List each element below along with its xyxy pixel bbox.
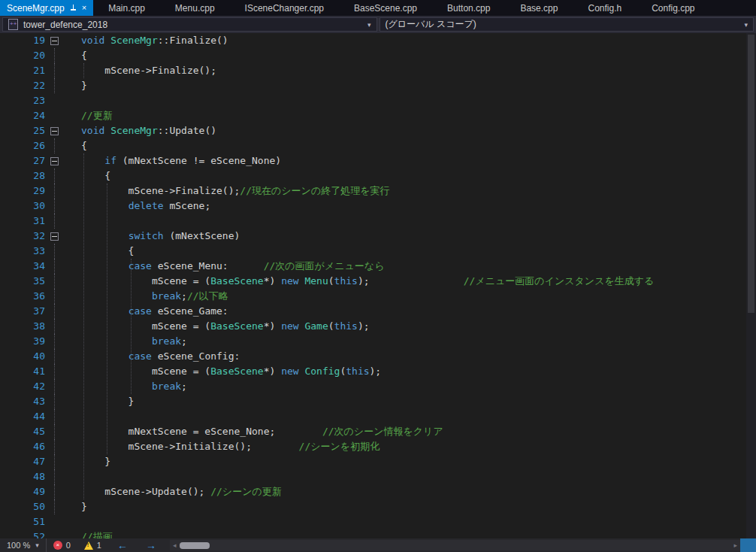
warning-indicator[interactable]: 1 <box>77 538 108 552</box>
breakpoint-margin[interactable] <box>0 259 20 274</box>
vertical-scrollbar[interactable] <box>746 33 756 538</box>
fold-margin <box>45 274 63 289</box>
code-line[interactable]: 45 mNextScene = eScene_None; //次のシーン情報をク… <box>0 424 756 439</box>
breakpoint-margin[interactable] <box>0 484 20 499</box>
breakpoint-margin[interactable] <box>0 138 20 153</box>
tab-BaseScene.cpp[interactable]: BaseScene.cpp <box>339 0 432 16</box>
code-line[interactable]: 27 if (mNextScene != eScene_None) <box>0 153 756 168</box>
code-line[interactable]: 38 mScene = (BaseScene*) new Game(this); <box>0 319 756 334</box>
code-line[interactable]: 32 switch (mNextScene) <box>0 229 756 244</box>
vertical-scrollbar-thumb[interactable] <box>748 35 754 313</box>
scroll-left-icon[interactable]: ◂ <box>170 542 180 549</box>
close-icon[interactable]: × <box>82 4 86 12</box>
breakpoint-margin[interactable] <box>0 274 20 289</box>
tab-Menu.cpp[interactable]: Menu.cpp <box>160 0 230 16</box>
zoom-control[interactable]: 100 % ▾ <box>0 538 47 552</box>
breakpoint-margin[interactable] <box>0 364 20 379</box>
tab-ISceneChanger.cpp[interactable]: ISceneChanger.cpp <box>230 0 339 16</box>
project-dropdown[interactable]: tower_defence_2018 ▾ <box>2 17 377 32</box>
code-line[interactable]: 23 <box>0 93 756 108</box>
breakpoint-margin[interactable] <box>0 379 20 394</box>
code-line[interactable]: 34 case eScene_Menu: //次の画面がメニューなら <box>0 259 756 274</box>
breakpoint-margin[interactable] <box>0 229 20 244</box>
tab-Config.cpp[interactable]: Config.cpp <box>637 0 709 16</box>
fold-collapse-icon[interactable] <box>50 37 59 45</box>
code-line[interactable]: 51 <box>0 514 756 529</box>
breakpoint-margin[interactable] <box>0 244 20 259</box>
breakpoint-margin[interactable] <box>0 153 20 168</box>
breakpoint-margin[interactable] <box>0 48 20 63</box>
breakpoint-margin[interactable] <box>0 349 20 364</box>
breakpoint-margin[interactable] <box>0 304 20 319</box>
code-line[interactable]: 28 { <box>0 168 756 183</box>
breakpoint-margin[interactable] <box>0 168 20 183</box>
code-line[interactable]: 49 mScene->Update(); //シーンの更新 <box>0 484 756 499</box>
breakpoint-margin[interactable] <box>0 78 20 93</box>
navigate-forward-icon[interactable]: → <box>137 540 165 550</box>
code-line[interactable]: 22} <box>0 78 756 93</box>
code-line[interactable]: 50} <box>0 499 756 514</box>
breakpoint-margin[interactable] <box>0 93 20 108</box>
breakpoint-margin[interactable] <box>0 499 20 514</box>
breakpoint-margin[interactable] <box>0 108 20 123</box>
tab-Main.cpp[interactable]: Main.cpp <box>93 0 160 16</box>
breakpoint-margin[interactable] <box>0 394 20 409</box>
horizontal-scrollbar-thumb[interactable] <box>180 542 210 549</box>
breakpoint-margin[interactable] <box>0 289 20 304</box>
code-line[interactable]: 46 mScene->Initialize(); //シーンを初期化 <box>0 439 756 454</box>
code-line[interactable]: 44 <box>0 409 756 424</box>
code-line[interactable]: 42 break; <box>0 379 756 394</box>
breakpoint-margin[interactable] <box>0 319 20 334</box>
code-line[interactable]: 47 } <box>0 454 756 469</box>
code-line[interactable]: 33 { <box>0 244 756 259</box>
breakpoint-margin[interactable] <box>0 214 20 229</box>
tab-Config.h[interactable]: Config.h <box>573 0 637 16</box>
navigate-back-icon[interactable]: ← <box>108 540 137 550</box>
breakpoint-margin[interactable] <box>0 123 20 138</box>
tab-Button.cpp[interactable]: Button.cpp <box>432 0 505 16</box>
code-line[interactable]: 26{ <box>0 138 756 153</box>
breakpoint-margin[interactable] <box>0 409 20 424</box>
fold-collapse-icon[interactable] <box>50 232 59 241</box>
code-line[interactable]: 30 delete mScene; <box>0 199 756 214</box>
code-line[interactable]: 35 mScene = (BaseScene*) new Menu(this);… <box>0 274 756 289</box>
breakpoint-margin[interactable] <box>0 424 20 439</box>
code-line[interactable]: 29 mScene->Finalize();//現在のシーンの終了処理を実行 <box>0 183 756 199</box>
breakpoint-margin[interactable] <box>0 439 20 454</box>
breakpoint-margin[interactable] <box>0 33 20 48</box>
tab-SceneMgr.cpp[interactable]: SceneMgr.cpp× <box>0 0 93 16</box>
code-editor[interactable]: 19void SceneMgr::Finalize()20{21 mScene-… <box>0 33 756 538</box>
fold-collapse-icon[interactable] <box>50 127 59 135</box>
code-line[interactable]: 36 break;//以下略 <box>0 289 756 304</box>
code-line[interactable]: 52//描画 <box>0 529 756 538</box>
code-line[interactable]: 31 <box>0 214 756 229</box>
pin-icon[interactable] <box>70 4 77 12</box>
scope-dropdown[interactable]: (グローバル スコープ) ▾ <box>380 17 754 32</box>
code-line[interactable]: 19void SceneMgr::Finalize() <box>0 33 756 48</box>
fold-collapse-icon[interactable] <box>50 157 59 165</box>
code-line[interactable]: 21 mScene->Finalize(); <box>0 63 756 78</box>
code-line[interactable]: 39 break; <box>0 334 756 349</box>
breakpoint-margin[interactable] <box>0 334 20 349</box>
code-line[interactable]: 25void SceneMgr::Update() <box>0 123 756 138</box>
breakpoint-margin[interactable] <box>0 514 20 529</box>
code-line[interactable]: 43 } <box>0 394 756 409</box>
breakpoint-margin[interactable] <box>0 454 20 469</box>
scroll-right-icon[interactable]: ▸ <box>730 542 740 549</box>
code-line[interactable]: 24//更新 <box>0 108 756 123</box>
chevron-down-icon[interactable]: ▾ <box>744 21 748 29</box>
tab-Base.cpp[interactable]: Base.cpp <box>505 0 573 16</box>
code-line[interactable]: 20{ <box>0 48 756 63</box>
chevron-down-icon[interactable]: ▾ <box>367 21 371 29</box>
code-line[interactable]: 40 case eScene_Config: <box>0 349 756 364</box>
breakpoint-margin[interactable] <box>0 199 20 214</box>
breakpoint-margin[interactable] <box>0 183 20 199</box>
code-line[interactable]: 48 <box>0 469 756 484</box>
breakpoint-margin[interactable] <box>0 469 20 484</box>
breakpoint-margin[interactable] <box>0 529 20 538</box>
code-line[interactable]: 37 case eScene_Game: <box>0 304 756 319</box>
error-indicator[interactable]: × 0 <box>47 538 77 552</box>
horizontal-scrollbar[interactable]: ◂ ▸ <box>170 540 740 550</box>
breakpoint-margin[interactable] <box>0 63 20 78</box>
code-line[interactable]: 41 mScene = (BaseScene*) new Config(this… <box>0 364 756 379</box>
